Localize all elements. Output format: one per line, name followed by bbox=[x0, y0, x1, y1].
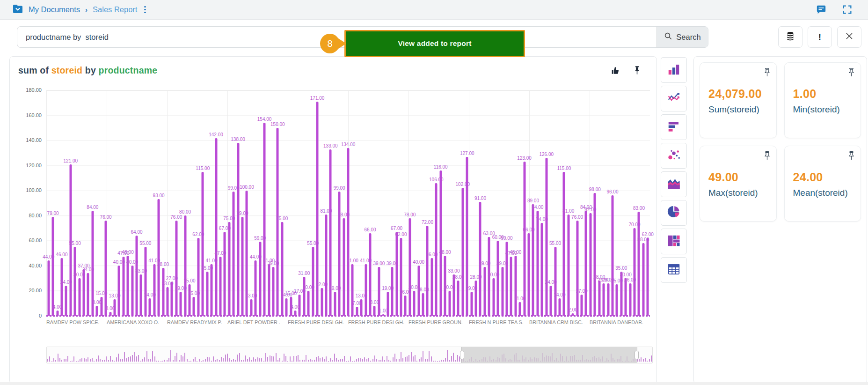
report-menu-kebab-icon[interactable] bbox=[142, 5, 148, 15]
bar[interactable]: 14.00 bbox=[149, 298, 151, 316]
bar[interactable]: 126.00 bbox=[545, 158, 547, 316]
bar[interactable]: 81.00 bbox=[567, 215, 569, 316]
bar[interactable]: 14.00 bbox=[558, 298, 561, 316]
bar[interactable]: 98.00 bbox=[594, 193, 596, 316]
bar[interactable]: 4.00 bbox=[294, 311, 297, 316]
bar[interactable]: 28.00 bbox=[475, 281, 477, 316]
bar[interactable]: 47.00 bbox=[219, 257, 221, 316]
bar[interactable]: 40.00 bbox=[131, 266, 133, 316]
table-view-button[interactable] bbox=[661, 257, 687, 283]
bar[interactable]: 60.00 bbox=[497, 241, 499, 316]
bar[interactable]: 76.00 bbox=[576, 221, 578, 316]
bar[interactable]: 55.00 bbox=[554, 247, 556, 316]
bar[interactable]: 11.00 bbox=[519, 302, 521, 316]
bar[interactable]: 134.00 bbox=[347, 148, 350, 316]
bar[interactable]: 78.00 bbox=[408, 218, 411, 316]
column-chart-button[interactable] bbox=[661, 57, 687, 83]
comment-icon[interactable] bbox=[816, 5, 826, 15]
bar[interactable]: 15.00 bbox=[100, 297, 102, 316]
bar[interactable]: 38.00 bbox=[162, 268, 164, 316]
bar[interactable]: 48.00 bbox=[514, 256, 517, 316]
bar[interactable]: 28.00 bbox=[598, 281, 600, 316]
fullscreen-icon[interactable] bbox=[842, 5, 852, 15]
bar[interactable]: 17.00 bbox=[581, 295, 583, 316]
bar[interactable]: 99.00 bbox=[233, 192, 235, 316]
bar[interactable]: 70.00 bbox=[634, 228, 636, 316]
minimap-selection-handle[interactable] bbox=[461, 347, 637, 363]
bar[interactable]: 55.00 bbox=[74, 247, 76, 316]
bar[interactable]: 26.00 bbox=[607, 283, 609, 316]
bar[interactable]: 74.00 bbox=[541, 223, 543, 316]
bar[interactable]: 75.00 bbox=[228, 222, 230, 316]
bar[interactable]: 24.00 bbox=[550, 286, 552, 316]
bar[interactable]: 127.00 bbox=[466, 157, 468, 316]
line-chart-button[interactable] bbox=[661, 86, 687, 111]
bar[interactable]: 67.00 bbox=[224, 232, 226, 316]
bar[interactable]: 26.00 bbox=[603, 283, 605, 316]
bar[interactable]: 121.00 bbox=[69, 164, 72, 316]
bar[interactable]: 82.00 bbox=[589, 213, 591, 316]
bar[interactable]: 76.00 bbox=[105, 221, 107, 316]
bar[interactable]: 154.00 bbox=[263, 123, 266, 316]
bar[interactable]: 30.00 bbox=[492, 278, 495, 316]
bar[interactable]: 19.00 bbox=[470, 292, 473, 316]
datasource-button[interactable] bbox=[778, 26, 802, 48]
bar[interactable]: 41.00 bbox=[365, 264, 367, 316]
bar[interactable]: 123.00 bbox=[523, 162, 525, 316]
bar[interactable]: 4.00 bbox=[56, 311, 58, 316]
bar[interactable]: 62.00 bbox=[400, 238, 402, 316]
bar[interactable]: 79.00 bbox=[241, 217, 244, 316]
bar[interactable]: 41.00 bbox=[211, 264, 213, 316]
bar[interactable]: 39.00 bbox=[391, 267, 394, 316]
bar[interactable]: 15.00 bbox=[193, 297, 195, 316]
bar[interactable]: 22.00 bbox=[321, 288, 323, 316]
scatter-chart-button[interactable] bbox=[661, 143, 687, 169]
bar[interactable]: 8.00 bbox=[96, 306, 98, 316]
bar[interactable]: 18.00 bbox=[422, 293, 424, 316]
bar[interactable]: 72.00 bbox=[426, 226, 429, 316]
bar[interactable]: 84.00 bbox=[585, 211, 587, 316]
bar[interactable]: 62.00 bbox=[197, 238, 199, 316]
bar[interactable]: 55.00 bbox=[144, 247, 146, 316]
bar[interactable]: 3.00 bbox=[109, 312, 111, 316]
bar[interactable]: 37.00 bbox=[83, 269, 85, 316]
bar[interactable]: 142.00 bbox=[215, 138, 217, 316]
bar[interactable]: 44.00 bbox=[255, 260, 257, 316]
bar[interactable]: 19.00 bbox=[334, 292, 336, 316]
bar[interactable]: 26.00 bbox=[629, 283, 631, 316]
bar[interactable]: 7.00 bbox=[356, 307, 358, 316]
bar[interactable]: 46.00 bbox=[60, 258, 63, 316]
bar[interactable]: 83.00 bbox=[638, 212, 640, 316]
bar[interactable]: 24.00 bbox=[65, 286, 67, 316]
bar[interactable]: 46.00 bbox=[430, 258, 433, 316]
folder-icon[interactable] bbox=[12, 4, 23, 16]
bar[interactable]: 30.00 bbox=[78, 278, 80, 316]
bar[interactable]: 39.00 bbox=[501, 267, 503, 316]
bar[interactable]: 106.00 bbox=[435, 183, 438, 316]
bar[interactable]: 20.00 bbox=[448, 291, 451, 316]
bar[interactable]: 20.00 bbox=[413, 291, 416, 316]
bar[interactable]: 47.00 bbox=[510, 257, 512, 316]
thumbs-up-icon[interactable] bbox=[611, 66, 620, 75]
pie-chart-button[interactable] bbox=[661, 200, 687, 226]
bar[interactable]: 33.00 bbox=[140, 274, 142, 316]
bar[interactable]: 93.00 bbox=[158, 199, 160, 316]
bar[interactable]: 17.00 bbox=[299, 295, 301, 316]
bar[interactable]: 41.00 bbox=[268, 264, 270, 316]
pin-icon[interactable] bbox=[764, 67, 771, 79]
bar[interactable]: 8.00 bbox=[373, 306, 376, 316]
bar[interactable]: 41.00 bbox=[153, 264, 155, 316]
bar[interactable]: 28.00 bbox=[457, 281, 460, 316]
bar[interactable]: 91.00 bbox=[479, 202, 481, 316]
bar[interactable]: 40.00 bbox=[118, 266, 120, 316]
close-search-button[interactable] bbox=[837, 26, 861, 48]
bar[interactable]: 20.00 bbox=[307, 291, 310, 316]
bar[interactable]: 2.00 bbox=[572, 313, 574, 316]
bar[interactable]: 30.00 bbox=[625, 278, 627, 316]
bar[interactable]: 80.00 bbox=[184, 215, 186, 316]
bar[interactable]: 33.00 bbox=[452, 274, 455, 316]
bar[interactable]: 99.00 bbox=[338, 192, 341, 316]
bar[interactable]: 75.00 bbox=[281, 222, 283, 316]
bar[interactable]: 44.00 bbox=[47, 260, 50, 316]
area-chart-button[interactable] bbox=[661, 171, 687, 197]
